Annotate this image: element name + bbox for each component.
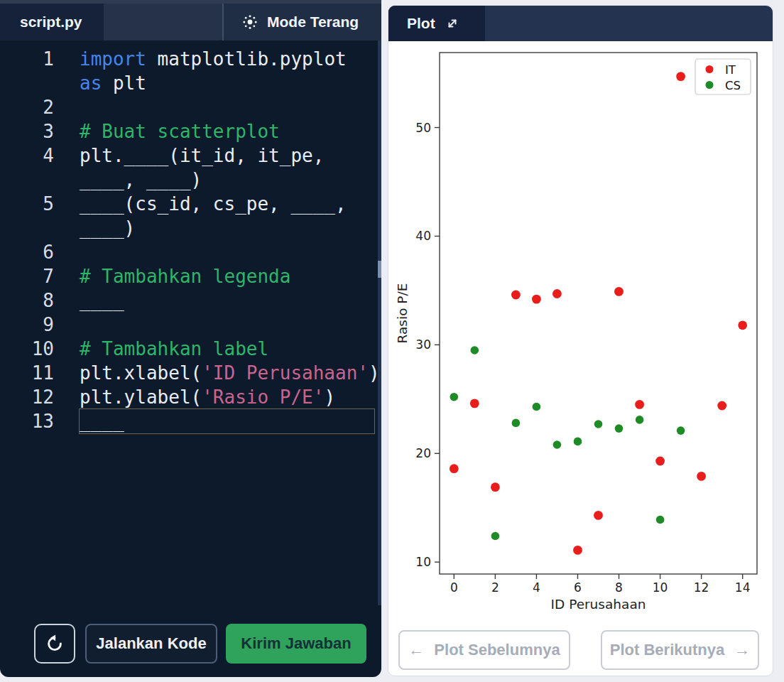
script-tab-label: script.py <box>20 13 82 31</box>
data-point-IT <box>614 287 624 296</box>
data-point-CS <box>594 420 603 428</box>
x-tick-label: 14 <box>735 580 751 595</box>
code-line[interactable]: 9 <box>0 313 377 337</box>
line-number: 2 <box>0 95 54 119</box>
line-number: 5 <box>0 192 54 240</box>
x-tick-label: 10 <box>653 580 668 595</box>
code-line[interactable]: 10# Tambahkan label <box>0 337 377 361</box>
editor-header-spacer <box>104 4 222 40</box>
x-tick-label: 6 <box>574 580 582 595</box>
plot-output-area: 102030405002468101214ID PerusahaanRasio … <box>388 41 773 629</box>
code-panel: script.py Mode Terang 1import matplotlib… <box>0 0 381 677</box>
data-point-CS <box>471 346 479 354</box>
plot-legend <box>695 59 751 94</box>
data-point-CS <box>553 440 562 449</box>
data-point-IT <box>511 291 521 300</box>
data-point-CS <box>574 438 582 446</box>
x-tick-label: 12 <box>694 580 709 595</box>
submit-answer-button[interactable]: Kirim Jawaban <box>226 624 366 664</box>
plot-panel: Plot 102030405002468101214ID PerusahaanR… <box>388 5 773 676</box>
data-point-IT <box>717 401 726 411</box>
right-arrow-icon: → <box>734 641 750 659</box>
line-number: 6 <box>0 240 54 264</box>
plot-tab-label: Plot <box>407 15 435 32</box>
data-point-CS <box>677 426 685 435</box>
axes-frame <box>440 53 757 574</box>
data-point-CS <box>512 419 521 428</box>
next-plot-button[interactable]: Plot Berikutnya → <box>601 630 759 670</box>
scatter-plot: 102030405002468101214ID PerusahaanRasio … <box>388 41 773 629</box>
y-tick-label: 50 <box>415 121 431 135</box>
code-line[interactable]: 6 <box>0 240 377 264</box>
line-number: 4 <box>0 144 54 192</box>
line-number: 9 <box>0 313 54 337</box>
y-tick-label: 10 <box>415 555 431 569</box>
data-point-IT <box>676 72 685 81</box>
reset-code-button[interactable] <box>34 624 75 664</box>
active-line-cursor-box: ____ <box>80 409 374 433</box>
code-editor[interactable]: 1import matplotlib.pyplotas plt23# Buat … <box>0 40 377 615</box>
y-tick-label: 30 <box>415 337 431 352</box>
tab-script-py[interactable]: script.py <box>0 4 104 40</box>
data-point-CS <box>636 416 644 424</box>
data-point-CS <box>491 532 500 541</box>
code-line[interactable]: 5____(cs_id, cs_pe, ____,____) <box>0 192 377 240</box>
next-plot-label: Plot Berikutnya <box>610 641 724 659</box>
x-tick-label: 4 <box>533 580 540 595</box>
line-number: 3 <box>0 119 54 144</box>
line-number: 7 <box>0 264 54 288</box>
code-line[interactable]: 13____ <box>0 409 377 433</box>
data-point-IT <box>491 482 500 492</box>
line-number: 12 <box>0 385 54 409</box>
code-line[interactable]: 11plt.xlabel('ID Perusahaan') <box>0 361 377 385</box>
data-point-IT <box>532 295 541 304</box>
data-point-IT <box>470 399 479 408</box>
data-point-CS <box>615 424 624 433</box>
y-axis-label: Rasio P/E <box>395 283 410 344</box>
legend-label-IT: IT <box>725 63 736 77</box>
data-point-CS <box>533 403 541 411</box>
data-point-IT <box>635 400 644 409</box>
code-line[interactable]: 3# Buat scatterplot <box>0 119 377 144</box>
y-tick-label: 20 <box>415 446 431 460</box>
reset-icon <box>45 634 65 654</box>
line-number: 11 <box>0 361 54 385</box>
line-number: 1 <box>0 47 54 95</box>
light-mode-toggle[interactable]: Mode Terang <box>224 4 381 40</box>
line-number: 13 <box>0 409 54 433</box>
x-tick-label: 8 <box>615 580 623 595</box>
x-tick-label: 2 <box>491 580 499 595</box>
line-number: 8 <box>0 288 54 313</box>
sun-icon <box>242 14 258 30</box>
left-arrow-icon: ← <box>408 641 424 659</box>
code-line[interactable]: 8____ <box>0 288 377 313</box>
run-code-button[interactable]: Jalankan Kode <box>85 624 217 664</box>
data-point-IT <box>655 457 665 466</box>
tab-plot[interactable]: Plot <box>388 6 485 41</box>
expand-icon[interactable] <box>445 16 459 31</box>
data-point-IT <box>552 289 562 298</box>
y-tick-label: 40 <box>415 229 431 243</box>
code-line[interactable]: 1import matplotlib.pyplotas plt <box>0 47 377 95</box>
code-line[interactable]: 12plt.ylabel('Rasio P/E') <box>0 385 377 409</box>
legend-label-CS: CS <box>725 79 741 92</box>
x-tick-label: 0 <box>450 580 458 595</box>
legend-marker-CS <box>706 81 714 89</box>
plot-header: Plot <box>388 6 773 41</box>
data-point-CS <box>450 393 459 401</box>
data-point-CS <box>656 516 665 524</box>
data-point-IT <box>594 511 603 520</box>
previous-plot-label: Plot Sebelumnya <box>434 641 560 659</box>
legend-marker-IT <box>706 65 714 73</box>
previous-plot-button[interactable]: ← Plot Sebelumnya <box>398 630 570 670</box>
data-point-IT <box>573 546 582 555</box>
code-line[interactable]: 7# Tambahkan legenda <box>0 264 377 288</box>
mode-toggle-label: Mode Terang <box>267 13 359 31</box>
code-line[interactable]: 2 <box>0 95 377 119</box>
data-point-IT <box>450 464 459 473</box>
data-point-IT <box>738 320 747 330</box>
editor-scrollbar[interactable] <box>378 40 381 605</box>
code-line[interactable]: 4plt.____(it_id, it_pe,____, ____) <box>0 144 377 192</box>
scrollbar-thumb[interactable] <box>378 261 381 278</box>
line-number: 10 <box>0 337 54 361</box>
